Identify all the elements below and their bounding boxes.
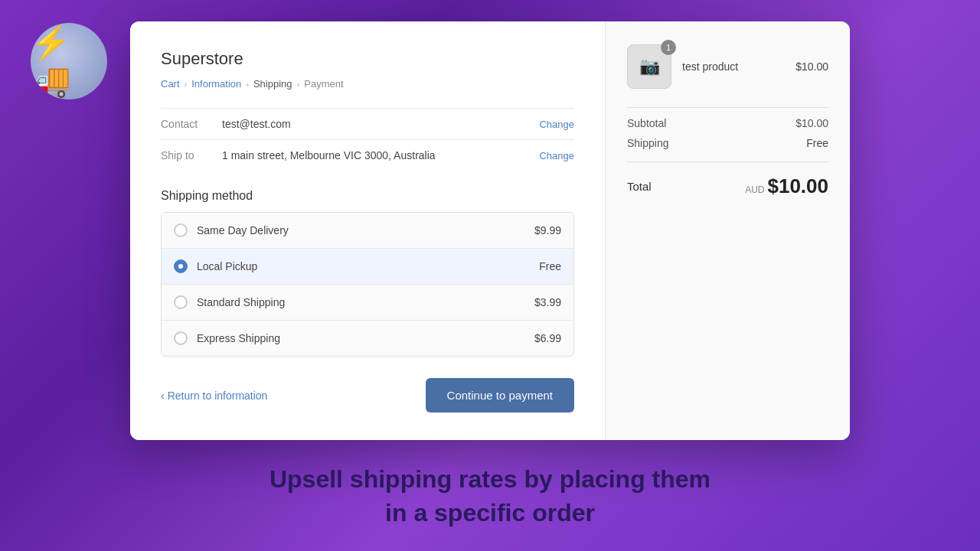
ship-to-change-link[interactable]: Change [539,150,574,161]
bottom-text: Upsell shipping rates by placing them in… [239,463,741,529]
shipping-option-same-day[interactable]: Same Day Delivery $9.99 [162,213,573,249]
footer-actions: ‹ Return to information Continue to paym… [161,378,574,412]
local-pickup-price: Free [539,260,561,272]
left-panel: Superstore Cart › Information › Shipping… [130,21,605,440]
shipping-option-express[interactable]: Express Shipping $6.99 [162,321,573,356]
ship-to-row: Ship to 1 main street, Melbourne VIC 300… [161,139,574,171]
radio-local-pickup[interactable] [174,259,188,273]
product-row: 📷 1 test product $10.00 [627,44,828,89]
standard-shipping-price: $3.99 [534,296,561,308]
breadcrumb-information[interactable]: Information [191,78,241,90]
summary-divider-1 [627,107,828,108]
contact-value: test@test.com [222,118,539,130]
subtotal-label: Subtotal [627,117,666,129]
breadcrumb-shipping: Shipping [253,78,292,90]
same-day-label: Same Day Delivery [197,224,534,236]
local-pickup-label: Local Pickup [197,260,539,272]
continue-to-payment-button[interactable]: Continue to payment [426,378,574,412]
express-shipping-price: $6.99 [534,332,561,344]
store-name: Superstore [161,49,574,69]
breadcrumb-cart[interactable]: Cart [161,78,180,90]
shipping-option-standard[interactable]: Standard Shipping $3.99 [162,285,573,321]
shipping-summary-value: Free [806,137,828,149]
breadcrumb: Cart › Information › Shipping › Payment [161,78,574,90]
shipping-method-title: Shipping method [161,189,574,203]
contact-label: Contact [161,118,222,130]
back-link[interactable]: ‹ Return to information [161,390,267,402]
radio-same-day[interactable] [174,223,188,237]
back-chevron-icon: ‹ [161,390,165,402]
right-panel: 📷 1 test product $10.00 Subtotal $10.00 … [605,21,850,440]
product-name: test product [682,60,785,73]
bottom-text-line2: in a specific order [270,497,710,530]
camera-icon: 📷 [639,57,660,77]
subtotal-value: $10.00 [795,117,828,129]
main-card: Superstore Cart › Information › Shipping… [130,21,850,440]
total-label: Total [627,180,652,193]
shipping-options-list: Same Day Delivery $9.99 Local Pickup Fre… [161,212,574,357]
same-day-price: $9.99 [534,224,561,236]
shipping-summary-row: Shipping Free [627,137,828,149]
product-price: $10.00 [795,60,828,73]
contact-change-link[interactable]: Change [539,119,574,130]
shipping-summary-label: Shipping [627,137,669,149]
chevron-icon-2: › [246,80,249,89]
ship-to-value: 1 main street, Melbourne VIC 3000, Austr… [222,149,539,161]
logo-area: ⚡🚚 [31,23,107,99]
bottom-text-line1: Upsell shipping rates by placing them [270,463,710,496]
contact-row: Contact test@test.com Change [161,108,574,139]
express-shipping-label: Express Shipping [197,332,534,344]
back-link-label: Return to information [168,390,268,402]
product-image-wrap: 📷 1 [627,44,671,89]
breadcrumb-payment: Payment [304,78,343,90]
logo-circle: ⚡🚚 [31,23,107,99]
total-value: $10.00 [767,174,828,198]
radio-standard[interactable] [174,295,188,309]
standard-shipping-label: Standard Shipping [197,296,534,308]
chevron-icon-1: › [185,80,188,89]
total-row: Total AUD $10.00 [627,161,828,198]
chevron-icon-3: › [297,80,300,89]
logo-icon: ⚡🚚 [31,24,107,99]
radio-express[interactable] [174,331,188,345]
total-amount: AUD $10.00 [745,174,828,198]
product-badge: 1 [661,40,676,55]
ship-to-label: Ship to [161,149,222,161]
subtotal-row: Subtotal $10.00 [627,117,828,129]
total-currency: AUD [745,184,764,195]
shipping-option-local-pickup[interactable]: Local Pickup Free [162,249,573,285]
